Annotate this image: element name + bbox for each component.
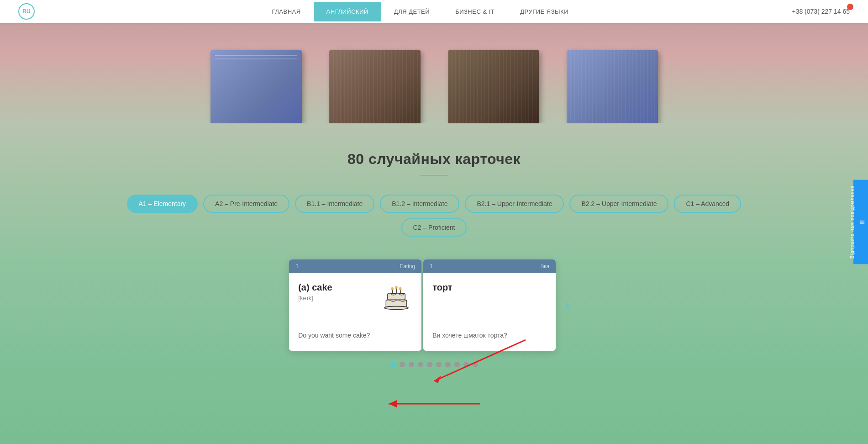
flashcard-translation[interactable]: 1 їжа торт Ви хочете шматок торта?: [423, 259, 556, 351]
notification-dot: [847, 4, 853, 10]
card-translation-word: торт: [432, 282, 547, 293]
page-content: 80 случайных карточек A1 – Elementary A2…: [0, 0, 868, 444]
level-a2[interactable]: A2 – Pre-Intermediate: [203, 195, 289, 213]
nav-business[interactable]: БИЗНЕС & IT: [442, 2, 507, 21]
nav-home[interactable]: ГЛАВНАЯ: [259, 2, 313, 21]
cake-icon: [380, 282, 412, 314]
svg-point-3: [391, 287, 394, 291]
card-category-2: їжа: [541, 263, 549, 270]
nav-other-languages[interactable]: ДРУГИЕ ЯЗЫКИ: [507, 2, 581, 21]
card-category-1: Eating: [400, 263, 415, 270]
book-thumb-1: [210, 50, 302, 123]
book-thumb-4: [567, 50, 658, 123]
flashcard-english[interactable]: 1 Eating (a) cake [keɪk]: [289, 259, 421, 351]
cards-area: 1 Eating (a) cake [keɪk]: [289, 259, 579, 351]
card-word: (a) cake: [298, 282, 332, 293]
dot-4[interactable]: [418, 362, 423, 367]
phone-number: +38 (073) 227 14 65: [792, 8, 850, 15]
cards-wrapper: 1 Eating (a) cake [keɪk]: [289, 259, 579, 367]
svg-marker-12: [389, 400, 397, 407]
jivochat-icon: ✉: [858, 218, 865, 225]
dot-6[interactable]: [436, 362, 442, 367]
card-phonetic: [keɪk]: [298, 295, 332, 301]
dot-9[interactable]: [463, 362, 469, 367]
level-b21[interactable]: B2.1 – Upper-Intermediate: [465, 195, 564, 213]
next-arrow-button[interactable]: ›: [556, 297, 579, 314]
level-b11[interactable]: B1.1 – Intermediate: [295, 195, 374, 213]
nav-children[interactable]: ДЛЯ ДЕТЕЙ: [381, 2, 442, 21]
card-body-2: торт Ви хочете шматок торта?: [423, 273, 556, 346]
dot-8[interactable]: [454, 362, 460, 367]
svg-point-5: [399, 287, 401, 291]
card-sentence: Do you want some cake?: [298, 332, 412, 339]
svg-rect-6: [388, 294, 405, 300]
dot-5[interactable]: [427, 362, 432, 367]
main-section: 80 случайных карточек A1 – Elementary A2…: [0, 123, 868, 444]
title-underline: [421, 175, 448, 176]
card-number-2: 1: [430, 263, 433, 270]
level-a1[interactable]: A1 – Elementary: [127, 195, 198, 213]
level-c1[interactable]: C1 – Advanced: [674, 195, 741, 213]
card-number-1: 1: [295, 263, 299, 270]
svg-point-4: [395, 286, 398, 289]
svg-point-8: [384, 307, 409, 310]
dot-2[interactable]: [400, 362, 405, 367]
dot-3[interactable]: [409, 362, 414, 367]
dot-1[interactable]: [390, 362, 396, 367]
card-translation-sentence: Ви хочете шматок торта?: [432, 332, 547, 339]
level-b12[interactable]: B1.2 – Intermediate: [380, 195, 459, 213]
pagination-dots: [390, 362, 478, 367]
card-header-2: 1 їжа: [423, 259, 556, 273]
navbar-left: RU: [18, 3, 35, 20]
card-header-1: 1 Eating: [289, 259, 421, 273]
level-c2[interactable]: C2 – Proficient: [401, 218, 467, 237]
dot-7[interactable]: [445, 362, 451, 367]
jivochat-widget[interactable]: ✉ Відправте нам повідомлення: [853, 180, 868, 264]
book-thumb-2: [329, 50, 421, 123]
book-thumb-3: [448, 50, 539, 123]
card-body-1: (a) cake [keɪk]: [289, 273, 421, 346]
jivochat-label: Відправте нам повідомлення: [850, 185, 855, 259]
svg-marker-10: [434, 375, 441, 383]
level-filters: A1 – Elementary A2 – Pre-Intermediate B1…: [115, 195, 754, 237]
level-b22[interactable]: B2.2 – Upper-Intermediate: [569, 195, 668, 213]
section-title: 80 случайных карточек: [347, 151, 521, 168]
navbar: RU ГЛАВНАЯ АНГЛИЙСКИЙ ДЛЯ ДЕТЕЙ БИЗНЕС &…: [0, 0, 868, 23]
nav-links: ГЛАВНАЯ АНГЛИЙСКИЙ ДЛЯ ДЕТЕЙ БИЗНЕС & IT…: [259, 2, 581, 21]
lang-switcher[interactable]: RU: [18, 3, 35, 20]
dot-10[interactable]: [473, 362, 478, 367]
nav-english[interactable]: АНГЛИЙСКИЙ: [314, 2, 381, 21]
top-section: [0, 23, 868, 123]
